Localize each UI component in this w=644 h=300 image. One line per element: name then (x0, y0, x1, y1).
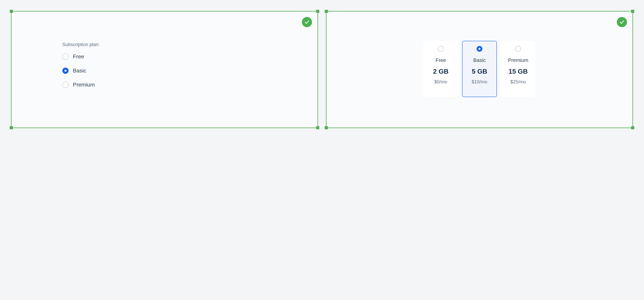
plan-card-premium[interactable]: Premium 15 GB $25/mo (501, 41, 536, 97)
plan-storage: 5 GB (472, 68, 487, 75)
radio-option-free[interactable]: Free (62, 54, 100, 60)
selection-handle[interactable] (325, 126, 328, 129)
radio-label: Free (73, 54, 84, 60)
plan-name: Premium (508, 57, 528, 63)
plan-card-basic[interactable]: Basic 5 GB $10/mo (462, 41, 497, 97)
selection-handle[interactable] (10, 10, 13, 13)
example-panel-card-radios: Free 2 GB $0/mo Basic 5 GB $10/mo Premiu… (326, 11, 633, 128)
radio-icon (62, 54, 68, 60)
plan-storage: 15 GB (508, 68, 528, 75)
plan-price: $0/mo (434, 79, 448, 84)
radio-label: Premium (73, 82, 95, 88)
check-badge-icon (302, 17, 312, 27)
selection-handle[interactable] (10, 126, 13, 129)
plan-card-free[interactable]: Free 2 GB $0/mo (424, 41, 458, 97)
selection-handle[interactable] (316, 126, 319, 129)
check-badge-icon (617, 17, 627, 27)
radio-option-basic[interactable]: Basic (62, 68, 100, 74)
selection-handle[interactable] (631, 126, 634, 129)
radio-icon (438, 46, 444, 52)
radio-option-premium[interactable]: Premium (62, 82, 100, 88)
plan-card-group: Free 2 GB $0/mo Basic 5 GB $10/mo Premiu… (326, 41, 632, 97)
plan-price: $10/mo (472, 79, 487, 84)
selection-handle[interactable] (316, 10, 319, 13)
radio-icon (515, 46, 521, 52)
radio-icon (62, 68, 68, 74)
subscription-radio-group: Subscription plan: Free Basic Premium (62, 42, 100, 88)
selection-handle[interactable] (325, 10, 328, 13)
plan-storage: 2 GB (433, 68, 448, 75)
radio-label: Basic (73, 68, 86, 74)
radio-icon (476, 46, 482, 52)
radio-icon (62, 82, 68, 88)
plan-name: Free (436, 57, 446, 63)
plan-name: Basic (473, 57, 486, 63)
group-label: Subscription plan: (62, 42, 100, 47)
example-panel-vertical-radios: Subscription plan: Free Basic Premium (11, 11, 318, 128)
selection-handle[interactable] (631, 10, 634, 13)
plan-price: $25/mo (510, 79, 526, 84)
